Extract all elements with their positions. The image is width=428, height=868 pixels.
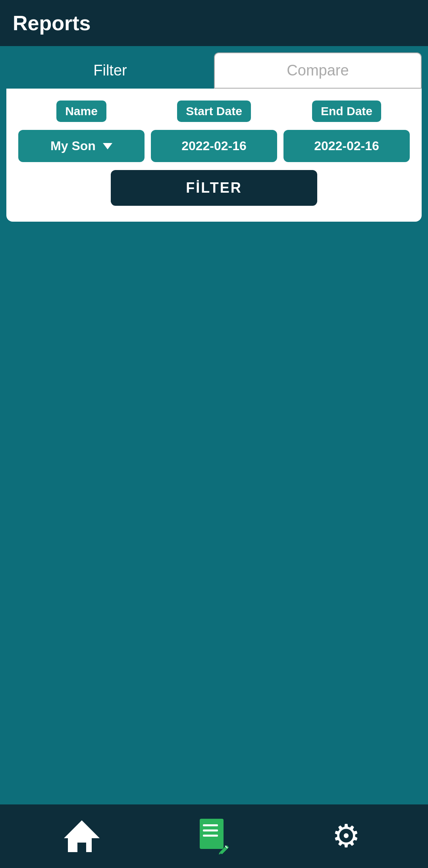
- tab-bar: Filter Compare: [0, 46, 428, 89]
- end-date-label: End Date: [312, 101, 381, 122]
- page-title: Reports: [13, 11, 91, 35]
- filter-card: Name Start Date End Date My Son 2022-02-…: [6, 89, 422, 222]
- reports-icon: [200, 819, 228, 854]
- home-icon: [66, 820, 98, 852]
- gear-icon: ⚙: [332, 820, 361, 852]
- svg-marker-0: [220, 845, 229, 854]
- name-label: Name: [56, 101, 106, 122]
- tab-compare[interactable]: Compare: [214, 52, 422, 89]
- home-nav-button[interactable]: [62, 816, 102, 856]
- end-date-button[interactable]: 2022-02-16: [283, 130, 410, 162]
- header: Reports: [0, 0, 428, 46]
- filter-submit-row: FİLTER: [18, 170, 410, 206]
- chevron-down-icon: [103, 143, 112, 149]
- filter-inputs-row: My Son 2022-02-16 2022-02-16: [18, 130, 410, 162]
- filter-labels-row: Name Start Date End Date: [18, 101, 410, 122]
- name-value: My Son: [50, 139, 96, 153]
- filter-submit-button[interactable]: FİLTER: [111, 170, 317, 206]
- name-dropdown-button[interactable]: My Son: [18, 130, 145, 162]
- pencil-icon: [218, 843, 228, 854]
- start-date-button[interactable]: 2022-02-16: [151, 130, 277, 162]
- main-content-area: [0, 228, 428, 804]
- reports-nav-button[interactable]: [194, 816, 234, 856]
- bottom-nav: ⚙: [0, 804, 428, 868]
- tab-filter[interactable]: Filter: [6, 52, 214, 89]
- start-date-label: Start Date: [177, 101, 251, 122]
- settings-nav-button[interactable]: ⚙: [326, 816, 366, 856]
